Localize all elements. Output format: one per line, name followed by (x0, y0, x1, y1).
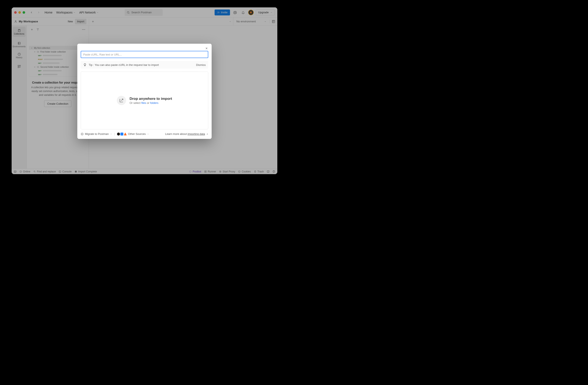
bitbucket-icon (120, 133, 123, 136)
import-tip: Tip : You can also paste cURL in the req… (81, 61, 208, 69)
import-dropzone[interactable]: Drop anywhere to import Or select files … (81, 72, 208, 129)
source-logos (117, 133, 127, 136)
import-modal-footer: Migrate to Postman | Other Sources Learn… (81, 132, 208, 136)
dropzone-subtitle: Or select files or folders (129, 101, 172, 104)
importing-data-link: importing data (188, 132, 205, 136)
migrate-label: Migrate to Postman (85, 132, 109, 136)
chevron-down-icon (110, 133, 112, 135)
select-files-link[interactable]: files (141, 101, 146, 104)
migrate-to-postman-button[interactable]: Migrate to Postman (81, 132, 112, 136)
import-text-input[interactable] (81, 51, 208, 58)
close-icon (205, 47, 208, 50)
learn-more-link[interactable]: Learn more about importing data (165, 132, 208, 136)
lightbulb-icon (83, 63, 87, 66)
other-sources-button[interactable]: Other Sources (117, 132, 149, 136)
chevron-down-icon (147, 133, 149, 135)
import-arrow-icon (119, 98, 124, 103)
svg-point-28 (81, 133, 84, 135)
modal-close-button[interactable] (204, 46, 209, 51)
separator: | (114, 132, 115, 136)
tip-dismiss-button[interactable]: Dismiss (196, 63, 206, 66)
github-icon (117, 133, 120, 136)
dropzone-icon (117, 96, 126, 105)
import-modal: Tip : You can also paste cURL in the req… (77, 44, 212, 139)
migrate-icon (81, 133, 84, 136)
gitlab-icon (124, 133, 127, 136)
external-link-icon (206, 133, 208, 135)
dropzone-title: Drop anywhere to import (129, 97, 172, 101)
import-tip-text: Tip : You can also paste cURL in the req… (89, 63, 159, 66)
select-folders-link[interactable]: folders (150, 101, 158, 104)
app-window: Home Workspaces API Network Search Postm… (12, 7, 277, 174)
other-sources-label: Other Sources (128, 132, 146, 136)
modal-overlay[interactable]: Tip : You can also paste cURL in the req… (12, 7, 277, 174)
